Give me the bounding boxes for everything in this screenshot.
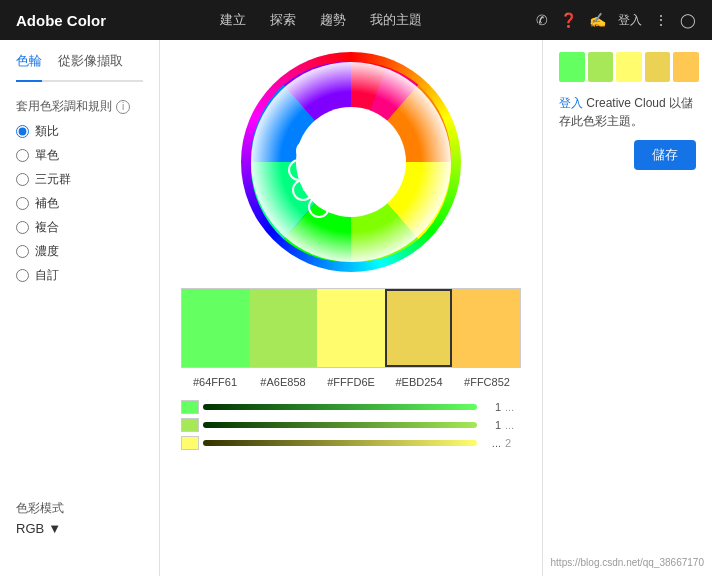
nav-trends[interactable]: 趨勢 [320,11,346,29]
save-button[interactable]: 儲存 [634,140,696,170]
mini-swatch-1 [181,418,199,432]
hex-2: #FFFD6E [317,376,385,388]
header-icons: ✆ ❓ ✍ 登入 ⋮ ◯ [536,12,696,29]
nav-explore[interactable]: 探索 [270,11,296,29]
option-custom[interactable]: 自訂 [16,267,143,284]
right-panel: 登入 Creative Cloud 以儲存此色彩主題。 儲存 [542,40,712,576]
help-icon[interactable]: ❓ [560,12,577,28]
info-icon[interactable]: i [116,100,130,114]
swatch-1[interactable] [250,289,318,367]
mini-slider-0-r[interactable] [203,404,477,410]
mini-palette-1 [588,52,614,82]
chevron-down-icon: ▼ [48,521,61,536]
main-container: 色輪 從影像擷取 套用色彩調和規則 i 類比 單色 三元群 補色 [0,40,712,576]
option-analogous[interactable]: 類比 [16,123,143,140]
tab-color-wheel[interactable]: 色輪 [16,52,42,82]
mini-val-2: ... [481,437,501,449]
option-compound[interactable]: 複合 [16,219,143,236]
nav-build[interactable]: 建立 [220,11,246,29]
swatches-row [181,288,521,368]
hex-3: #EBD254 [385,376,453,388]
mini-slider-2-r[interactable] [203,440,477,446]
tabs: 色輪 從影像擷取 [16,52,143,82]
grid-icon[interactable]: ⋮ [654,12,668,28]
color-mode-value: RGB [16,521,44,536]
hex-labels: #64FF61 #A6E858 #FFFD6E #EBD254 #FFC852 [181,376,521,388]
mini-palette-3 [645,52,671,82]
left-panel: 色輪 從影像擷取 套用色彩調和規則 i 類比 單色 三元群 補色 [0,40,160,576]
settings-icon[interactable]: ◯ [680,12,696,28]
swatch-4[interactable] [452,289,520,367]
main-nav: 建立 探索 趨勢 我的主題 [220,11,422,29]
swatch-2[interactable] [317,289,385,367]
header: Adobe Color 建立 探索 趨勢 我的主題 ✆ ❓ ✍ 登入 ⋮ ◯ [0,0,712,40]
logo: Adobe Color [16,12,106,29]
mini-palette-4 [673,52,699,82]
sliders-area: 1 ... 1 ... ... 2 [181,400,521,454]
mini-palette-2 [616,52,642,82]
slider-row-0: 1 ... [181,400,521,414]
tab-from-image[interactable]: 從影像擷取 [58,52,123,74]
color-mode-section: 色彩模式 RGB ▼ [16,500,146,536]
mini-val-0: 1 [481,401,501,413]
chat-icon[interactable]: ✍ [589,12,606,28]
mini-val-1: 1 [481,419,501,431]
color-mode-select[interactable]: RGB ▼ [16,521,146,536]
save-prompt: 登入 Creative Cloud 以儲存此色彩主題。 [559,94,696,130]
phone-icon[interactable]: ✆ [536,12,548,28]
mini-palette [559,52,699,82]
mini-palette-0 [559,52,585,82]
harmony-options: 類比 單色 三元群 補色 複合 濃度 [16,123,143,284]
center-panel: .color-wheel-container { position: relat… [160,40,542,576]
hex-4: #FFC852 [453,376,521,388]
option-monochrome[interactable]: 單色 [16,147,143,164]
option-complementary[interactable]: 補色 [16,195,143,212]
hex-1: #A6E858 [249,376,317,388]
color-mode-label: 色彩模式 [16,500,146,517]
slider-row-1: 1 ... [181,418,521,432]
mini-swatch-2 [181,436,199,450]
slider-row-2: ... 2 [181,436,521,450]
color-wheel-container [241,52,461,272]
swatch-3[interactable] [385,289,453,367]
mini-slider-1-r[interactable] [203,422,477,428]
hex-0: #64FF61 [181,376,249,388]
option-triad[interactable]: 三元群 [16,171,143,188]
swatch-0[interactable] [182,289,250,367]
color-wheel [241,52,461,272]
harmony-label: 套用色彩調和規則 i [16,98,143,115]
login-link[interactable]: 登入 [618,12,642,29]
login-link[interactable]: 登入 [559,96,583,110]
nav-mythemes[interactable]: 我的主題 [370,11,422,29]
watermark: https://blog.csdn.net/qq_38667170 [551,557,704,568]
mini-swatch-0 [181,400,199,414]
option-shades[interactable]: 濃度 [16,243,143,260]
